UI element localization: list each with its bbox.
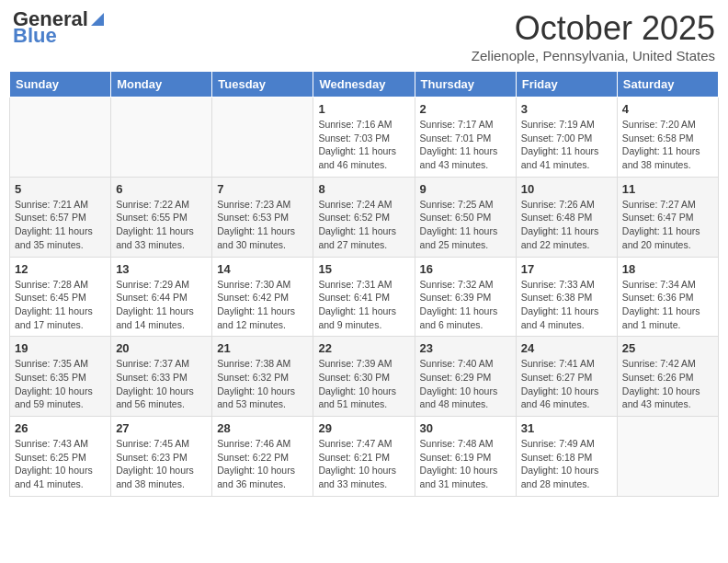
day-header-thursday: Thursday	[415, 72, 516, 98]
day-number: 28	[217, 421, 308, 435]
day-number: 23	[420, 341, 511, 355]
day-info: Sunrise: 7:27 AMSunset: 6:47 PMDaylight:…	[622, 198, 713, 252]
day-info: Sunrise: 7:22 AMSunset: 6:55 PMDaylight:…	[116, 198, 207, 252]
calendar-cell: 25Sunrise: 7:42 AMSunset: 6:26 PMDayligh…	[617, 337, 718, 417]
day-number: 21	[217, 341, 308, 355]
day-number: 29	[318, 421, 409, 435]
calendar-cell: 26Sunrise: 7:43 AMSunset: 6:25 PMDayligh…	[10, 417, 111, 497]
calendar-cell: 27Sunrise: 7:45 AMSunset: 6:23 PMDayligh…	[111, 417, 212, 497]
calendar-cell: 23Sunrise: 7:40 AMSunset: 6:29 PMDayligh…	[415, 337, 516, 417]
day-info: Sunrise: 7:35 AMSunset: 6:35 PMDaylight:…	[15, 357, 106, 411]
month-title: October 2025	[472, 9, 715, 48]
day-header-tuesday: Tuesday	[212, 72, 313, 98]
day-number: 24	[521, 341, 612, 355]
day-number: 27	[116, 421, 207, 435]
calendar-cell	[212, 98, 313, 178]
day-info: Sunrise: 7:29 AMSunset: 6:44 PMDaylight:…	[116, 278, 207, 332]
day-number: 7	[217, 182, 308, 196]
day-info: Sunrise: 7:47 AMSunset: 6:21 PMDaylight:…	[318, 437, 409, 491]
day-info: Sunrise: 7:37 AMSunset: 6:33 PMDaylight:…	[116, 357, 207, 411]
day-info: Sunrise: 7:28 AMSunset: 6:45 PMDaylight:…	[15, 278, 106, 332]
day-info: Sunrise: 7:32 AMSunset: 6:39 PMDaylight:…	[420, 278, 511, 332]
day-number: 3	[521, 102, 612, 116]
logo-arrow-icon	[91, 13, 104, 29]
day-number: 6	[116, 182, 207, 196]
day-number: 4	[622, 102, 713, 116]
day-info: Sunrise: 7:23 AMSunset: 6:53 PMDaylight:…	[217, 198, 308, 252]
day-info: Sunrise: 7:41 AMSunset: 6:27 PMDaylight:…	[521, 357, 612, 411]
calendar-cell: 28Sunrise: 7:46 AMSunset: 6:22 PMDayligh…	[212, 417, 313, 497]
day-number: 14	[217, 262, 308, 276]
day-number: 17	[521, 262, 612, 276]
day-info: Sunrise: 7:19 AMSunset: 7:00 PMDaylight:…	[521, 118, 612, 172]
day-info: Sunrise: 7:34 AMSunset: 6:36 PMDaylight:…	[622, 278, 713, 332]
calendar-cell: 3Sunrise: 7:19 AMSunset: 7:00 PMDaylight…	[516, 98, 617, 178]
day-info: Sunrise: 7:38 AMSunset: 6:32 PMDaylight:…	[217, 357, 308, 411]
day-header-saturday: Saturday	[617, 72, 718, 98]
calendar-cell: 2Sunrise: 7:17 AMSunset: 7:01 PMDaylight…	[415, 98, 516, 178]
day-info: Sunrise: 7:30 AMSunset: 6:42 PMDaylight:…	[217, 278, 308, 332]
calendar-cell: 18Sunrise: 7:34 AMSunset: 6:36 PMDayligh…	[617, 257, 718, 337]
calendar-cell: 5Sunrise: 7:21 AMSunset: 6:57 PMDaylight…	[10, 177, 111, 257]
calendar-cell: 31Sunrise: 7:49 AMSunset: 6:18 PMDayligh…	[516, 417, 617, 497]
day-number: 31	[521, 421, 612, 435]
day-number: 11	[622, 182, 713, 196]
calendar-table: SundayMondayTuesdayWednesdayThursdayFrid…	[9, 71, 719, 497]
day-info: Sunrise: 7:21 AMSunset: 6:57 PMDaylight:…	[15, 198, 106, 252]
location: Zelienople, Pennsylvania, United States	[472, 48, 715, 63]
calendar-cell: 22Sunrise: 7:39 AMSunset: 6:30 PMDayligh…	[313, 337, 415, 417]
day-header-wednesday: Wednesday	[313, 72, 415, 98]
calendar-cell: 24Sunrise: 7:41 AMSunset: 6:27 PMDayligh…	[516, 337, 617, 417]
day-number: 22	[318, 341, 409, 355]
day-number: 1	[318, 102, 409, 116]
day-number: 19	[15, 341, 106, 355]
calendar-cell	[111, 98, 212, 178]
day-number: 12	[15, 262, 106, 276]
day-info: Sunrise: 7:48 AMSunset: 6:19 PMDaylight:…	[420, 437, 511, 491]
calendar-cell: 30Sunrise: 7:48 AMSunset: 6:19 PMDayligh…	[415, 417, 516, 497]
calendar-cell: 11Sunrise: 7:27 AMSunset: 6:47 PMDayligh…	[617, 177, 718, 257]
day-info: Sunrise: 7:45 AMSunset: 6:23 PMDaylight:…	[116, 437, 207, 491]
calendar-cell: 15Sunrise: 7:31 AMSunset: 6:41 PMDayligh…	[313, 257, 415, 337]
day-number: 20	[116, 341, 207, 355]
calendar-cell	[617, 417, 718, 497]
page-header: General Blue October 2025 Zelienople, Pe…	[9, 9, 719, 63]
day-number: 5	[15, 182, 106, 196]
day-header-sunday: Sunday	[10, 72, 111, 98]
day-number: 8	[318, 182, 409, 196]
calendar-cell: 6Sunrise: 7:22 AMSunset: 6:55 PMDaylight…	[111, 177, 212, 257]
day-number: 25	[622, 341, 713, 355]
day-header-friday: Friday	[516, 72, 617, 98]
calendar-cell: 21Sunrise: 7:38 AMSunset: 6:32 PMDayligh…	[212, 337, 313, 417]
calendar-cell: 1Sunrise: 7:16 AMSunset: 7:03 PMDaylight…	[313, 98, 415, 178]
calendar-cell: 7Sunrise: 7:23 AMSunset: 6:53 PMDaylight…	[212, 177, 313, 257]
day-number: 26	[15, 421, 106, 435]
day-number: 10	[521, 182, 612, 196]
calendar-cell	[10, 98, 111, 178]
day-number: 13	[116, 262, 207, 276]
calendar-cell: 16Sunrise: 7:32 AMSunset: 6:39 PMDayligh…	[415, 257, 516, 337]
day-info: Sunrise: 7:33 AMSunset: 6:38 PMDaylight:…	[521, 278, 612, 332]
day-info: Sunrise: 7:46 AMSunset: 6:22 PMDaylight:…	[217, 437, 308, 491]
day-info: Sunrise: 7:24 AMSunset: 6:52 PMDaylight:…	[318, 198, 409, 252]
day-info: Sunrise: 7:40 AMSunset: 6:29 PMDaylight:…	[420, 357, 511, 411]
day-info: Sunrise: 7:42 AMSunset: 6:26 PMDaylight:…	[622, 357, 713, 411]
calendar-cell: 17Sunrise: 7:33 AMSunset: 6:38 PMDayligh…	[516, 257, 617, 337]
day-info: Sunrise: 7:39 AMSunset: 6:30 PMDaylight:…	[318, 357, 409, 411]
calendar-cell: 4Sunrise: 7:20 AMSunset: 6:58 PMDaylight…	[617, 98, 718, 178]
day-number: 18	[622, 262, 713, 276]
day-number: 16	[420, 262, 511, 276]
day-info: Sunrise: 7:20 AMSunset: 6:58 PMDaylight:…	[622, 118, 713, 172]
day-info: Sunrise: 7:26 AMSunset: 6:48 PMDaylight:…	[521, 198, 612, 252]
day-header-monday: Monday	[111, 72, 212, 98]
calendar-cell: 14Sunrise: 7:30 AMSunset: 6:42 PMDayligh…	[212, 257, 313, 337]
day-number: 2	[420, 102, 511, 116]
day-info: Sunrise: 7:17 AMSunset: 7:01 PMDaylight:…	[420, 118, 511, 172]
day-number: 30	[420, 421, 511, 435]
day-info: Sunrise: 7:16 AMSunset: 7:03 PMDaylight:…	[318, 118, 409, 172]
day-info: Sunrise: 7:31 AMSunset: 6:41 PMDaylight:…	[318, 278, 409, 332]
calendar-cell: 10Sunrise: 7:26 AMSunset: 6:48 PMDayligh…	[516, 177, 617, 257]
svg-marker-0	[91, 13, 104, 26]
calendar-cell: 19Sunrise: 7:35 AMSunset: 6:35 PMDayligh…	[10, 337, 111, 417]
day-info: Sunrise: 7:43 AMSunset: 6:25 PMDaylight:…	[15, 437, 106, 491]
